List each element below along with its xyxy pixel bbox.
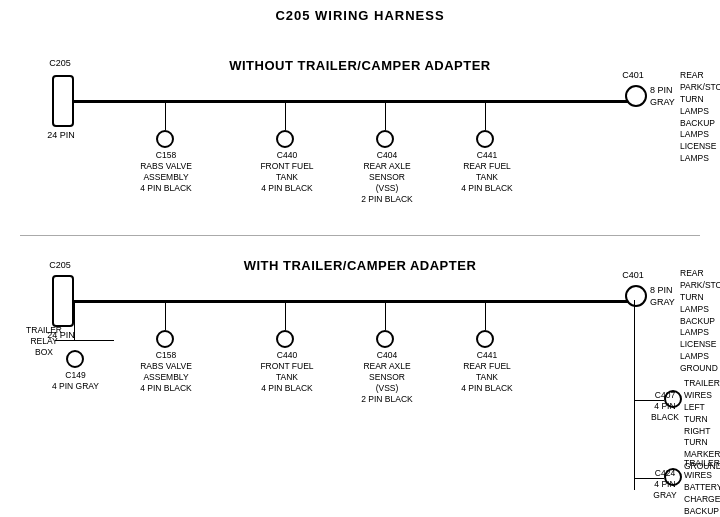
c407-label: C4074 PINBLACK	[648, 390, 682, 423]
c149-hline2	[55, 340, 75, 341]
top-section-label: WITHOUT TRAILER/CAMPER ADAPTER	[130, 58, 590, 73]
c149-label: C1494 PIN GRAY	[48, 370, 103, 392]
c205-top-label: C205	[40, 58, 80, 70]
c401-top-connector	[625, 85, 647, 107]
c205-bottom-label: C205	[40, 260, 80, 272]
c205-bottom-connector	[52, 275, 74, 327]
c158-top-label: C158RABS VALVEASSEMBLY4 PIN BLACK	[132, 150, 200, 194]
c401-bottom-connector	[625, 285, 647, 307]
c401-bottom-desc: REAR PARK/STOPTURN LAMPSBACKUP LAMPSLICE…	[680, 268, 720, 375]
c401-bottom-label: C401	[618, 270, 648, 282]
bottom-section-label: WITH TRAILER/CAMPER ADAPTER	[130, 258, 590, 273]
c401-bottom-pin: 8 PINGRAY	[650, 285, 675, 308]
right-branch-vline	[634, 300, 635, 490]
divider-line	[20, 235, 700, 236]
c158-bottom-label: C158RABS VALVEASSEMBLY4 PIN BLACK	[132, 350, 200, 394]
c441-bottom-connector	[476, 330, 494, 348]
c404-bottom-connector	[376, 330, 394, 348]
c424-desc: TRAILER WIRESBATTERY CHARGEBACKUPBRAKES	[684, 458, 720, 517]
c441-top-label: C441REAR FUELTANK4 PIN BLACK	[454, 150, 520, 194]
c205-top-connector	[52, 75, 74, 127]
c404-bottom-label: C404REAR AXLESENSOR(VSS)2 PIN BLACK	[353, 350, 421, 405]
c440-top-vline	[285, 102, 286, 130]
c401-top-desc: REAR PARK/STOPTURN LAMPSBACKUP LAMPSLICE…	[680, 70, 720, 165]
c149-connector	[66, 350, 84, 368]
c158-top-vline	[165, 102, 166, 130]
c404-bottom-vline	[385, 302, 386, 330]
c404-top-connector	[376, 130, 394, 148]
page-title: C205 WIRING HARNESS	[0, 0, 720, 23]
c424-label: C4244 PINGRAY	[648, 468, 682, 501]
c158-top-connector	[156, 130, 174, 148]
c401-top-pin: 8 PINGRAY	[650, 85, 675, 108]
c440-bottom-vline	[285, 302, 286, 330]
c440-bottom-label: C440FRONT FUELTANK4 PIN BLACK	[254, 350, 320, 394]
top-main-hline	[74, 100, 634, 103]
c441-top-vline	[485, 102, 486, 130]
c404-top-label: C404REAR AXLESENSOR(VSS)2 PIN BLACK	[353, 150, 421, 205]
c440-bottom-connector	[276, 330, 294, 348]
c441-top-connector	[476, 130, 494, 148]
c441-bottom-vline	[485, 302, 486, 330]
c149-vline	[74, 300, 75, 340]
diagram-container: WITHOUT TRAILER/CAMPER ADAPTER C205 24 P…	[0, 30, 720, 517]
c149-hline	[74, 340, 114, 341]
c401-top-label: C401	[618, 70, 648, 82]
c205-top-pin: 24 PIN	[38, 130, 84, 142]
trailer-relay-label: TRAILERRELAYBOX	[16, 325, 72, 358]
c441-bottom-label: C441REAR FUELTANK4 PIN BLACK	[454, 350, 520, 394]
c158-bottom-vline	[165, 302, 166, 330]
c440-top-connector	[276, 130, 294, 148]
c440-top-label: C440FRONT FUELTANK4 PIN BLACK	[254, 150, 320, 194]
bottom-main-hline	[74, 300, 634, 303]
c404-top-vline	[385, 102, 386, 130]
c158-bottom-connector	[156, 330, 174, 348]
